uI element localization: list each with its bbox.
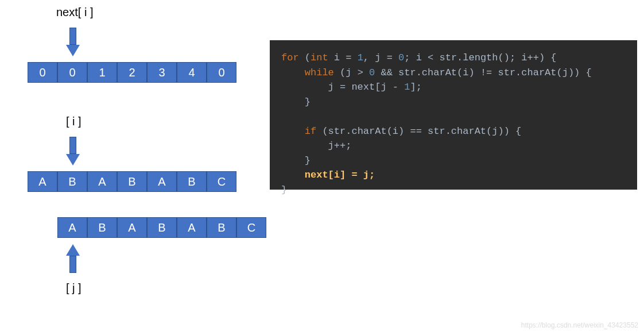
cell: B	[87, 217, 117, 238]
code-token: j = next[j -	[281, 82, 404, 93]
cell: A	[57, 217, 87, 238]
label-next-i: next[ i ]	[56, 6, 93, 19]
cell: B	[57, 171, 87, 192]
cell: 0	[57, 62, 87, 83]
code-token: ; i < str.length(); i++) {	[404, 52, 556, 63]
array-str-j: A B A B A B C	[57, 217, 266, 238]
code-token: (j >	[334, 67, 369, 78]
code-token: (str.charAt(i) == str.charAt(j)) {	[316, 126, 521, 137]
code-token: 0	[398, 52, 404, 63]
arrow-down-i	[66, 137, 80, 165]
code-token: }	[281, 97, 311, 107]
cell: B	[117, 171, 147, 192]
cell: A	[87, 171, 117, 192]
cell: B	[207, 217, 236, 238]
cell: A	[117, 217, 147, 238]
cell: A	[177, 217, 207, 238]
cell: 4	[177, 62, 207, 83]
cell: B	[177, 171, 207, 192]
label-j: [ j ]	[66, 282, 82, 295]
code-token: , j =	[363, 52, 398, 63]
code-token: 0	[369, 67, 375, 78]
cell: B	[147, 217, 177, 238]
code-token: for	[281, 52, 299, 63]
cell: C	[236, 217, 266, 238]
cell: A	[28, 171, 57, 192]
cell: 0	[207, 62, 236, 83]
watermark: https://blog.csdn.net/weixin_43423552	[521, 321, 638, 329]
cell: 0	[28, 62, 57, 83]
array-next: 0 0 1 2 3 4 0	[28, 62, 236, 83]
arrow-up-j	[66, 244, 80, 273]
cell: 1	[87, 62, 117, 83]
cell: A	[147, 171, 177, 192]
cell: C	[207, 171, 236, 192]
code-token: }	[281, 155, 311, 166]
array-str-i: A B A B A B C	[28, 171, 236, 192]
code-token: int	[311, 52, 328, 63]
code-token: j++;	[281, 140, 351, 151]
code-token: 1	[358, 52, 363, 63]
code-token: (	[299, 52, 311, 63]
code-token: next[i] = j;	[281, 170, 375, 180]
code-token: ];	[410, 82, 421, 93]
code-block: for (int i = 1, j = 0; i < str.length();…	[270, 40, 637, 190]
cell: 2	[117, 62, 147, 83]
code-token: 1	[404, 82, 410, 93]
code-token: if	[281, 126, 316, 137]
code-token: && str.charAt(i) != str.charAt(j)) {	[375, 67, 591, 78]
label-i: [ i ]	[66, 115, 82, 128]
code-token: }	[281, 184, 287, 195]
arrow-down-next	[66, 28, 80, 56]
cell: 3	[147, 62, 177, 83]
code-token: while	[281, 67, 334, 78]
code-token: i =	[328, 52, 358, 63]
